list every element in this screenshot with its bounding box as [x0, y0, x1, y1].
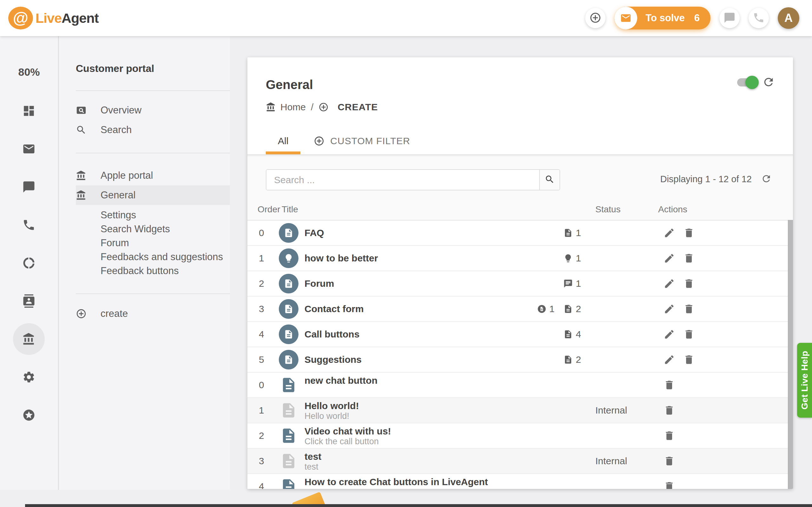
- sidebar-item-search[interactable]: Search: [76, 120, 230, 140]
- delete-button[interactable]: [682, 277, 696, 291]
- plus-circle-icon: [314, 135, 324, 147]
- divider: [76, 90, 230, 91]
- tab-all[interactable]: All: [266, 128, 300, 154]
- portal-enabled-toggle[interactable]: [737, 78, 757, 87]
- delete-button[interactable]: [662, 480, 676, 489]
- table-row[interactable]: 0new chat button: [247, 373, 788, 398]
- item-avatar: [279, 248, 299, 268]
- table-row[interactable]: 0FAQ1: [247, 221, 788, 246]
- delete-button[interactable]: [682, 226, 696, 240]
- sidebar-item-forum[interactable]: Forum: [76, 236, 230, 250]
- delete-button[interactable]: [682, 353, 696, 367]
- actions-cell: [652, 221, 700, 245]
- chat-icon: [723, 12, 735, 25]
- search-icon: [545, 174, 555, 185]
- doc-badge-icon: [563, 304, 573, 314]
- order-cell: 1: [252, 246, 273, 271]
- breadcrumb: Home / CREATE: [266, 102, 378, 112]
- edit-button[interactable]: [662, 277, 676, 291]
- sidebar-item-search-widgets[interactable]: Search Widgets: [76, 222, 230, 236]
- bank-icon: [266, 102, 276, 112]
- badge-count: 4: [576, 329, 581, 340]
- rail-item-contacts[interactable]: [13, 285, 45, 317]
- sidebar-item-overview[interactable]: Overview: [76, 101, 230, 120]
- table-row[interactable]: 1Hello world!Hello world!Internal: [247, 398, 788, 424]
- edit-button[interactable]: [662, 251, 676, 265]
- icon-cell: [273, 347, 305, 372]
- badges-cell: 1: [538, 271, 589, 296]
- rail-item-upgrade[interactable]: [13, 399, 45, 431]
- table-row[interactable]: 2Forum1: [247, 271, 788, 297]
- table-row[interactable]: 3testtestInternal: [247, 449, 788, 474]
- sidebar-item-settings[interactable]: Settings: [76, 208, 230, 222]
- edit-button[interactable]: [662, 302, 676, 316]
- donut-icon: [22, 257, 36, 270]
- delete-button[interactable]: [682, 302, 696, 316]
- bank-icon: [76, 190, 87, 201]
- sidebar-item-general[interactable]: General: [76, 185, 230, 205]
- page-title: General: [266, 78, 313, 92]
- refresh-button[interactable]: [761, 75, 776, 90]
- rail-item-tickets[interactable]: [13, 133, 45, 165]
- table-row[interactable]: 4Call buttons4: [247, 322, 788, 347]
- to-solve-button[interactable]: To solve 6: [614, 7, 711, 30]
- status-cell: [589, 424, 652, 448]
- rail-item-reports[interactable]: [13, 247, 45, 279]
- get-live-help-button[interactable]: Get Live Help: [797, 343, 812, 418]
- edit-button[interactable]: [662, 353, 676, 367]
- delete-button[interactable]: [662, 429, 676, 443]
- item-subtitle: Hello world!: [305, 411, 538, 421]
- table-section: Displaying 1 - 12 of 12 Order Title Stat…: [247, 154, 793, 489]
- delete-button[interactable]: [662, 454, 676, 468]
- breadcrumb-home[interactable]: Home: [281, 102, 306, 112]
- sidebar-item-feedback-buttons[interactable]: Feedback buttons: [76, 264, 230, 278]
- chats-button[interactable]: [719, 8, 740, 28]
- badges-cell: [538, 474, 589, 489]
- star-circle-icon: [22, 408, 36, 422]
- delete-button[interactable]: [662, 403, 676, 417]
- table-row[interactable]: 5Suggestions2: [247, 347, 788, 373]
- actions-cell: [652, 424, 700, 448]
- table-row[interactable]: 3Contact form12: [247, 297, 788, 322]
- delete-button[interactable]: [662, 378, 676, 392]
- sidebar-item-create[interactable]: create: [76, 304, 230, 324]
- edit-button[interactable]: [662, 327, 676, 341]
- search-button[interactable]: [539, 170, 560, 190]
- rail-item-customer-portal[interactable]: [13, 323, 45, 355]
- rail-item-dashboard[interactable]: [13, 95, 45, 127]
- trash-icon: [683, 252, 695, 264]
- search-input[interactable]: [266, 170, 539, 190]
- logo-agent: Agent: [61, 10, 99, 26]
- avatar[interactable]: A: [778, 7, 799, 29]
- tab-custom-filter[interactable]: CUSTOM FILTER: [302, 128, 422, 154]
- sidebar-group: OverviewSearch: [59, 101, 230, 140]
- rail-item-configuration[interactable]: [13, 361, 45, 393]
- rail-item-calls[interactable]: [13, 209, 45, 241]
- edit-button[interactable]: [662, 226, 676, 240]
- status-label: Internal: [595, 405, 627, 416]
- refresh-list-button[interactable]: [760, 173, 773, 185]
- table-row[interactable]: 4How to create Chat buttons in LiveAgent: [247, 474, 788, 489]
- plus-circle-icon: [318, 102, 328, 112]
- rail-item-chats[interactable]: [13, 171, 45, 203]
- delete-button[interactable]: [682, 251, 696, 265]
- table-row[interactable]: 1how to be better1: [247, 246, 788, 271]
- calls-button[interactable]: [749, 8, 769, 28]
- sidebar-item-label: General: [101, 189, 136, 201]
- status-cell: [589, 271, 652, 296]
- actions-cell: [652, 474, 700, 489]
- badge-count: 1: [549, 303, 555, 314]
- sidebar-item-apple-portal[interactable]: Apple portal: [76, 166, 230, 185]
- displaying-text: Displaying 1 - 12 of 12: [660, 174, 752, 184]
- sidebar-item-feedbacks-and-suggestions[interactable]: Feedbacks and suggestions: [76, 250, 230, 264]
- table-scrollbar[interactable]: [788, 220, 793, 489]
- item-avatar: [279, 299, 299, 319]
- delete-button[interactable]: [682, 327, 696, 341]
- table-row[interactable]: 2Video chat with us!Click the call butto…: [247, 424, 788, 449]
- top-actions: To solve 6 A: [585, 7, 799, 30]
- item-title: how to be better: [305, 253, 538, 264]
- trash-icon: [683, 278, 695, 289]
- phone-icon: [22, 218, 36, 232]
- doc-badge-icon: [280, 377, 297, 394]
- add-button[interactable]: [585, 8, 606, 28]
